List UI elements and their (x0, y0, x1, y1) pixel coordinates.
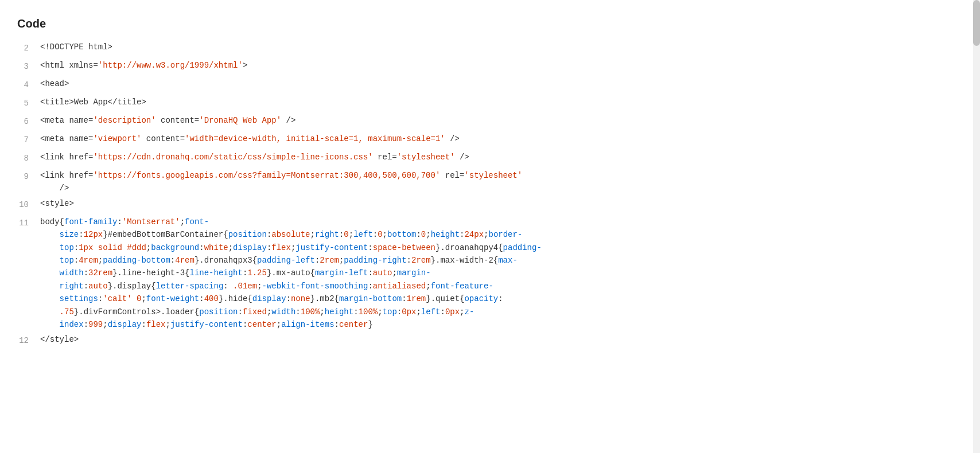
code-line-8: 8 <link href='https://cdn.dronahq.com/st… (11, 150, 969, 168)
line-number-3: 3 (11, 59, 40, 73)
line-content-5: <title>Web App</title> (40, 96, 969, 108)
line-content-3: <html xmlns='http://www.w3.org/1999/xhtm… (40, 59, 969, 72)
line-content-7: <meta name='viewport' content='width=dev… (40, 132, 969, 145)
line-content-2: <!DOCTYPE html> (40, 41, 969, 53)
section-title: Code (0, 11, 980, 40)
line-content-6: <meta name='description' content='DronaH… (40, 114, 969, 127)
line-content-8: <link href='https://cdn.dronahq.com/stat… (40, 151, 969, 163)
line-number-8: 8 (11, 151, 40, 165)
line-number-4: 4 (11, 77, 40, 91)
code-line-11: 11 body{font-family:'Montserrat';font- s… (11, 214, 969, 333)
page-container: Code 2 <!DOCTYPE html> 3 <html xmlns='ht… (0, 0, 980, 453)
line-number-2: 2 (11, 41, 40, 54)
line-content-10: <style> (40, 197, 969, 210)
line-number-5: 5 (11, 96, 40, 110)
code-line-12: 12 </style> (11, 332, 969, 350)
line-number-12: 12 (11, 333, 40, 347)
code-line-10: 10 <style> (11, 196, 969, 214)
code-line-6: 6 <meta name='description' content='Dron… (11, 113, 969, 131)
code-line-5: 5 <title>Web App</title> (11, 95, 969, 113)
line-number-6: 6 (11, 114, 40, 128)
code-line-9: 9 <link href='https://fonts.googleapis.c… (11, 168, 969, 196)
line-content-4: <head> (40, 77, 969, 90)
code-container[interactable]: 2 <!DOCTYPE html> 3 <html xmlns='http://… (0, 40, 980, 350)
code-line-2: 2 <!DOCTYPE html> (11, 40, 969, 58)
code-line-4: 4 <head> (11, 76, 969, 95)
code-line-3: 3 <html xmlns='http://www.w3.org/1999/xh… (11, 58, 969, 76)
line-content-11: body{font-family:'Montserrat';font- size… (40, 216, 969, 331)
code-line-7: 7 <meta name='viewport' content='width=d… (11, 131, 969, 150)
line-number-11: 11 (11, 216, 40, 229)
scrollbar-thumb[interactable] (973, 0, 980, 46)
line-content-9: <link href='https://fonts.googleapis.com… (40, 169, 969, 195)
line-number-7: 7 (11, 132, 40, 146)
line-content-12: </style> (40, 333, 969, 346)
line-number-10: 10 (11, 197, 40, 211)
line-number-9: 9 (11, 169, 40, 183)
scrollbar-track[interactable] (973, 0, 980, 453)
